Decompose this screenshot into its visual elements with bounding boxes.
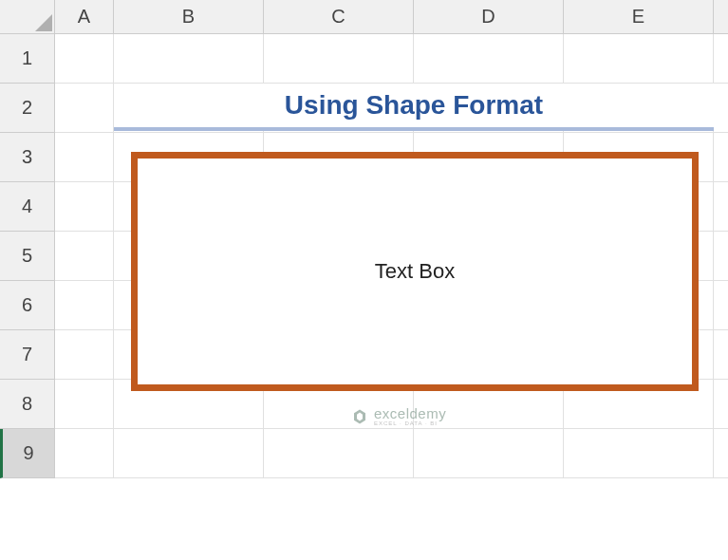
cell-a2[interactable]	[55, 84, 114, 133]
cell-b9[interactable]	[114, 429, 264, 478]
row-header-8[interactable]: 8	[0, 380, 55, 429]
cell-a3[interactable]	[55, 133, 114, 182]
row-header-6[interactable]: 6	[0, 281, 55, 330]
column-header-f[interactable]: F	[714, 0, 728, 34]
cell-a1[interactable]	[55, 34, 114, 84]
textbox-content: Text Box	[375, 259, 455, 284]
cell-f5[interactable]	[714, 232, 728, 281]
watermark-name: exceldemy	[374, 406, 446, 420]
watermark-text: exceldemy EXCEL · DATA · BI	[374, 406, 446, 426]
cell-f6[interactable]	[714, 281, 728, 330]
column-headers: ABCDEF	[55, 0, 728, 34]
row-header-5[interactable]: 5	[0, 232, 55, 281]
cell-a6[interactable]	[55, 281, 114, 330]
cell-f9[interactable]	[714, 429, 728, 478]
row-header-1[interactable]: 1	[0, 34, 55, 84]
row-header-4[interactable]: 4	[0, 182, 55, 232]
merged-title-cell[interactable]: Using Shape Format	[114, 84, 714, 131]
cell-f8[interactable]	[714, 380, 728, 429]
cell-a8[interactable]	[55, 380, 114, 429]
column-header-a[interactable]: A	[55, 0, 114, 34]
cell-f1[interactable]	[714, 34, 728, 84]
cell-f2[interactable]	[714, 84, 728, 133]
row-header-7[interactable]: 7	[0, 330, 55, 380]
watermark-logo-icon	[351, 408, 368, 425]
column-header-d[interactable]: D	[414, 0, 564, 34]
cell-d1[interactable]	[414, 34, 564, 84]
cell-a7[interactable]	[55, 330, 114, 380]
select-all-triangle-icon	[35, 14, 52, 31]
cell-e1[interactable]	[564, 34, 714, 84]
column-header-b[interactable]: B	[114, 0, 264, 34]
cell-d9[interactable]	[414, 429, 564, 478]
cell-e9[interactable]	[564, 429, 714, 478]
row-header-2[interactable]: 2	[0, 84, 55, 133]
cell-b1[interactable]	[114, 34, 264, 84]
cell-a5[interactable]	[55, 232, 114, 281]
watermark: exceldemy EXCEL · DATA · BI	[351, 406, 446, 426]
cell-c1[interactable]	[264, 34, 414, 84]
watermark-sub: EXCEL · DATA · BI	[374, 420, 446, 426]
column-header-e[interactable]: E	[564, 0, 714, 34]
cell-f3[interactable]	[714, 133, 728, 182]
textbox-shape[interactable]: Text Box	[131, 152, 699, 391]
row-headers: 123456789	[0, 34, 55, 478]
spreadsheet-grid: ABCDEF 123456789 Using Shape Format Text…	[0, 0, 728, 560]
cell-c9[interactable]	[264, 429, 414, 478]
cell-a9[interactable]	[55, 429, 114, 478]
column-header-c[interactable]: C	[264, 0, 414, 34]
merged-title-text: Using Shape Format	[285, 90, 543, 121]
cell-a4[interactable]	[55, 182, 114, 232]
row-header-9[interactable]: 9	[0, 429, 55, 478]
cell-f4[interactable]	[714, 182, 728, 232]
cell-f7[interactable]	[714, 330, 728, 380]
row-header-3[interactable]: 3	[0, 133, 55, 182]
select-all-corner[interactable]	[0, 0, 55, 34]
